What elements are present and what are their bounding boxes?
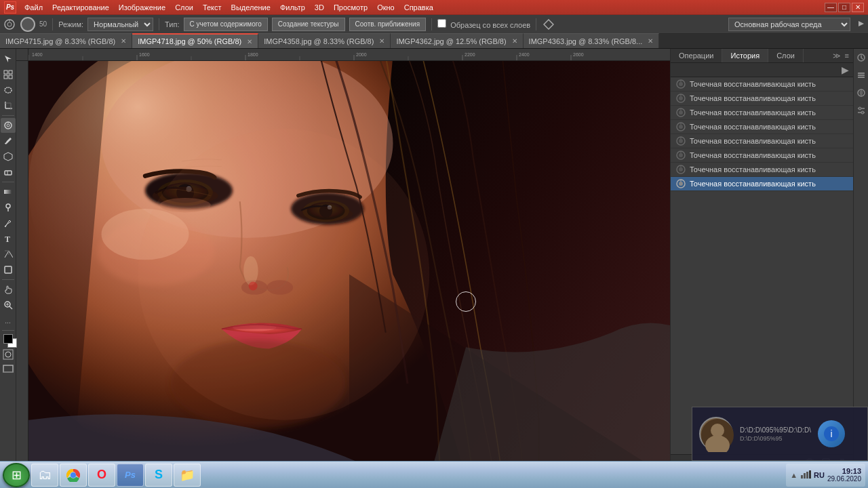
mini-layers-icon[interactable] xyxy=(855,69,867,83)
content-aware-btn[interactable]: С учетом содержимого xyxy=(184,18,268,31)
tool-eraser[interactable] xyxy=(1,165,16,180)
tool-lasso[interactable] xyxy=(1,83,16,98)
menu-window[interactable]: Окно xyxy=(373,3,399,12)
proximity-match-btn[interactable]: Соотв. приближения xyxy=(349,18,427,31)
tab-imgp4362[interactable]: IMGP4362.jpg @ 12.5% (RGB/8) ✕ xyxy=(391,33,523,48)
tool-text[interactable]: T xyxy=(1,231,16,246)
ruler-horizontal: 1400 1600 1800 2000 2200 xyxy=(28,49,670,60)
tab-operations[interactable]: Операции xyxy=(671,49,722,62)
notification-badge[interactable]: i xyxy=(818,420,845,447)
menu-select[interactable]: Выделение xyxy=(227,3,275,12)
history-item-1[interactable]: Точечная восстанавливающая кисть xyxy=(671,92,853,106)
photo-canvas[interactable] xyxy=(28,61,670,473)
history-item-label-4: Точечная восстанавливающая кисть xyxy=(690,137,848,145)
menu-image[interactable]: Изображение xyxy=(115,3,170,12)
mini-adjustments-icon[interactable] xyxy=(855,104,867,118)
ruler-corner xyxy=(16,49,28,61)
sample-all-layers-checkbox[interactable] xyxy=(437,19,446,28)
svg-point-119 xyxy=(71,472,76,478)
tab-imgp4358[interactable]: IMGP4358.jpg @ 8.33% (RGB/8) ✕ xyxy=(258,33,391,48)
tray-arrow[interactable]: ▲ xyxy=(790,471,797,479)
tray-network-icon[interactable] xyxy=(800,470,811,481)
menu-file[interactable]: Файл xyxy=(20,3,47,12)
brush-size-value: 50 xyxy=(39,20,47,28)
tab-close-3[interactable]: ✕ xyxy=(512,37,517,45)
mode-dropdown[interactable]: Нормальный xyxy=(87,18,153,31)
maximize-button[interactable]: □ xyxy=(838,3,850,12)
history-item-7[interactable]: Точечная восстанавливающая кисть xyxy=(671,177,853,191)
foreground-color[interactable] xyxy=(3,334,13,344)
mini-color-icon[interactable] xyxy=(855,87,867,100)
history-item-5[interactable]: Точечная восстанавливающая кисть xyxy=(671,148,853,163)
menu-view[interactable]: Просмотр xyxy=(330,3,372,12)
panel-menu-icon[interactable]: ≫ xyxy=(831,50,842,62)
svg-point-19 xyxy=(6,204,10,208)
svg-point-88 xyxy=(679,139,683,143)
tray-clock: 19:13 29.06.2020 xyxy=(827,467,861,483)
tab-close-0[interactable]: ✕ xyxy=(121,37,126,45)
tool-heal-brush[interactable] xyxy=(1,118,16,133)
tab-layers[interactable]: Слои xyxy=(768,49,804,62)
tab-history[interactable]: История xyxy=(722,49,768,62)
tab-imgp4718[interactable]: IMGP4718.jpg @ 50% (RGB/8) ✕ xyxy=(132,33,258,48)
start-button[interactable]: ⊞ xyxy=(3,463,30,487)
minimize-button[interactable]: — xyxy=(825,3,837,12)
tool-brush[interactable] xyxy=(1,134,16,148)
history-list[interactable]: Точечная восстанавливающая кисть Точечна… xyxy=(671,77,853,454)
history-item-icon-1 xyxy=(676,94,686,103)
screen-mode-btn[interactable] xyxy=(2,363,14,376)
panel-collapse-icon[interactable]: ≡ xyxy=(844,50,850,62)
taskbar-photoshop[interactable]: Ps xyxy=(117,464,144,487)
tab-close-1[interactable]: ✕ xyxy=(247,38,252,45)
taskbar-file[interactable]: 📁 xyxy=(174,464,201,487)
taskbar-explorer[interactable]: 🗂 xyxy=(31,464,58,487)
history-item-0[interactable]: Точечная восстанавливающая кисть xyxy=(671,77,853,92)
tool-shape[interactable] xyxy=(1,262,16,277)
menu-3d[interactable]: 3D xyxy=(311,3,328,12)
healing-tool-icon xyxy=(542,18,555,31)
tool-move[interactable] xyxy=(1,67,16,82)
tool-arrow[interactable] xyxy=(1,52,16,66)
color-picker[interactable] xyxy=(3,334,13,344)
taskbar-chrome[interactable] xyxy=(60,464,87,487)
menu-filter[interactable]: Фильтр xyxy=(276,3,309,12)
menu-edit[interactable]: Редактирование xyxy=(48,3,113,12)
canvas-area[interactable]: 1400 1600 1800 2000 2200 xyxy=(16,49,670,473)
tool-crop[interactable] xyxy=(1,98,16,113)
history-item-6[interactable]: Точечная восстанавливающая кисть xyxy=(671,163,853,177)
play-button[interactable]: ▶ xyxy=(842,64,849,75)
svg-rect-5 xyxy=(9,70,12,74)
tray-lang[interactable]: RU xyxy=(814,471,825,479)
separator-4 xyxy=(536,18,536,30)
menu-help[interactable]: Справка xyxy=(400,3,437,12)
tool-zoom[interactable] xyxy=(1,298,16,312)
tab-close-4[interactable]: ✕ xyxy=(648,37,653,45)
tab-imgp4715[interactable]: IMGP4715.jpg @ 8.33% (RGB/8) ✕ xyxy=(0,33,132,48)
menu-layers[interactable]: Слои xyxy=(171,3,197,12)
taskbar-skype[interactable]: S xyxy=(145,464,172,487)
history-item-3[interactable]: Точечная восстанавливающая кисть xyxy=(671,120,853,134)
svg-rect-29 xyxy=(3,365,13,372)
workspace-selector[interactable]: Основная рабочая среда xyxy=(728,18,850,31)
close-button[interactable]: ✕ xyxy=(852,3,864,12)
titlebar-menu: Файл Редактирование Изображение Слои Тек… xyxy=(20,3,437,12)
tool-more[interactable]: ... xyxy=(1,313,16,328)
tool-clone-stamp[interactable] xyxy=(1,149,16,164)
quick-mask-btn[interactable] xyxy=(2,348,14,362)
tab-close-2[interactable]: ✕ xyxy=(379,37,384,45)
menu-text[interactable]: Текст xyxy=(199,3,226,12)
brush-size-preview[interactable] xyxy=(20,17,35,32)
history-item-2[interactable]: Точечная восстанавливающая кисть xyxy=(671,106,853,120)
tab-imgp4363[interactable]: IMGP4363.jpg @ 8.33% (RGB/8... ✕ xyxy=(524,33,660,48)
history-item-4[interactable]: Точечная восстанавливающая кисть xyxy=(671,134,853,148)
tool-path-select[interactable] xyxy=(1,247,16,262)
mini-history-icon[interactable] xyxy=(855,52,867,65)
tool-hand[interactable] xyxy=(1,282,16,297)
taskbar-opera[interactable]: O xyxy=(88,464,115,487)
tool-gradient[interactable] xyxy=(1,184,16,199)
svg-rect-18 xyxy=(4,190,12,194)
create-texture-btn[interactable]: Создание текстуры xyxy=(272,18,345,31)
tool-dodge[interactable] xyxy=(1,200,16,215)
history-item-label-3: Точечная восстанавливающая кисть xyxy=(690,123,848,131)
tool-pen[interactable] xyxy=(1,216,16,230)
